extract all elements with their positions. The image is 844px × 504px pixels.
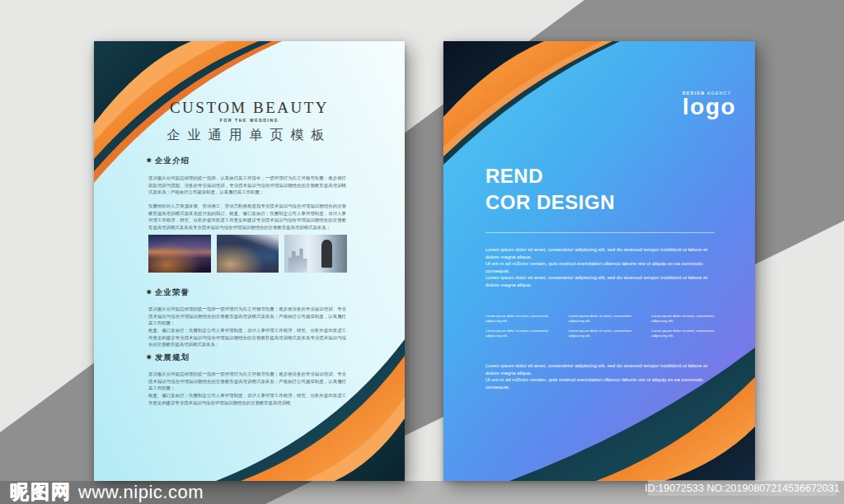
- site-logo-cn: 昵图网: [10, 479, 72, 504]
- grid-cell: Lorem ipsum dolor sit amet, consectetur …: [651, 329, 724, 338]
- logo: DESIGN AGENCY logo: [682, 91, 747, 118]
- logo-wordmark: logo: [682, 96, 747, 118]
- front-heading-cn: 企业通用单页模板: [94, 127, 405, 144]
- front-subtitle: FOR THE WEDDING: [94, 118, 405, 123]
- photo-businessman-window-city: [284, 235, 347, 273]
- grid-cell: Lorem ipsum dolor sit amet, consectetur …: [569, 329, 642, 338]
- section-bullet-icon: ✱: [147, 354, 152, 360]
- photo-strip: [148, 235, 347, 273]
- stock-image-preview: CUSTOM BEAUTY FOR THE WEDDING 企业通用单页模板 ✱…: [0, 0, 844, 504]
- intro-text-block: Lorem ipsum dolor sit amet, consectetur …: [485, 246, 718, 289]
- section-paragraph: 坚决服从分管副总经理的统一指挥一切管理行为向主管领导负责；逐步推业务的专业知识培…: [148, 306, 346, 327]
- photo-skyline-silhouette: [288, 249, 307, 273]
- footer-paragraph: Lorem ipsum dolor sit amet, consectetur …: [485, 362, 718, 376]
- back-page-title: REND COR DESIGN: [485, 163, 615, 216]
- section-bullet-icon: ✱: [147, 289, 152, 295]
- photo-businessman-silhouette: [321, 240, 332, 268]
- section-paragraph: 负责组织对人力资源发展、劳动用工、劳动力利用程度指专业技术知识与综合管理知识相结…: [148, 203, 346, 231]
- footer-paragraph: Ut eni m ad mZinim veniam, quis nostrud …: [485, 376, 718, 390]
- flyer-front-page: CUSTOM BEAUTY FOR THE WEDDING 企业通用单页模板 ✱…: [94, 41, 405, 481]
- section-title-company-honors: ✱企业荣誉: [147, 287, 190, 298]
- flyer-back-page: DESIGN AGENCY logo REND COR DESIGN Lorem…: [443, 41, 755, 481]
- section-paragraph: 检查、修订及执行；负责制定公司人事管理制度，设计人事管理工作程序，研究、分析并提…: [148, 392, 346, 406]
- grid-cell: Lorem ipsum dolor sit amet, consectetur …: [485, 314, 559, 324]
- grid-cell: Lorem ipsum dolor sit amet, consectetur …: [651, 314, 724, 324]
- title-divider-rule: [485, 232, 715, 233]
- section-paragraph: 坚决服从分管副总经理的统一指挥一切管理行为向主管领导负责；逐步推业务的专业知识培…: [148, 371, 346, 392]
- section-bullet-icon: ✱: [147, 157, 152, 163]
- title-line-1: REND: [485, 163, 615, 189]
- site-url: www.nipic.com: [78, 482, 204, 503]
- photo-city-skyline-dusk: [148, 235, 211, 273]
- section-paragraph: 检查、修订及执行；负责制定公司人事管理制度，设计人事管理工作程序，研究、分析并提…: [148, 327, 346, 348]
- flyer-front-content: CUSTOM BEAUTY FOR THE WEDDING 企业通用单页模板 ✱…: [94, 41, 405, 481]
- grid-cell: Lorem ipsum dolor sit amet, consectetur …: [485, 329, 559, 338]
- image-id-badge: ID:19072533 NO:20190807214536672031: [648, 480, 837, 496]
- intro-paragraph: Ut eni m ad mZinim veniam, quis nostrud …: [485, 260, 718, 274]
- footer-text-block: Lorem ipsum dolor sit amet, consectetur …: [485, 362, 718, 390]
- intro-paragraph: Lorem ipsum dolor sit amet, consectetur …: [485, 274, 718, 288]
- photo-rooftop-villa-night: [217, 235, 279, 273]
- front-title: CUSTOM BEAUTY: [94, 99, 405, 117]
- section-paragraph: 坚决服从分管副总经理的统一指挥，认真执行其工作指令，一切管理行为向主管领导负责；…: [148, 175, 346, 196]
- section-title-development-plan: ✱发展规划: [147, 352, 190, 363]
- grid-cell: Lorem ipsum dolor sit amet, consectetur …: [569, 314, 642, 324]
- three-column-text-grid: Lorem ipsum dolor sit amet, consectetur …: [485, 314, 724, 338]
- intro-paragraph: Lorem ipsum dolor sit amet, consectetur …: [485, 246, 718, 260]
- title-line-2: COR DESIGN: [485, 189, 615, 216]
- section-title-company-intro: ✱企业介绍: [147, 156, 190, 166]
- site-watermark: 昵图网 www.nipic.com: [10, 480, 204, 504]
